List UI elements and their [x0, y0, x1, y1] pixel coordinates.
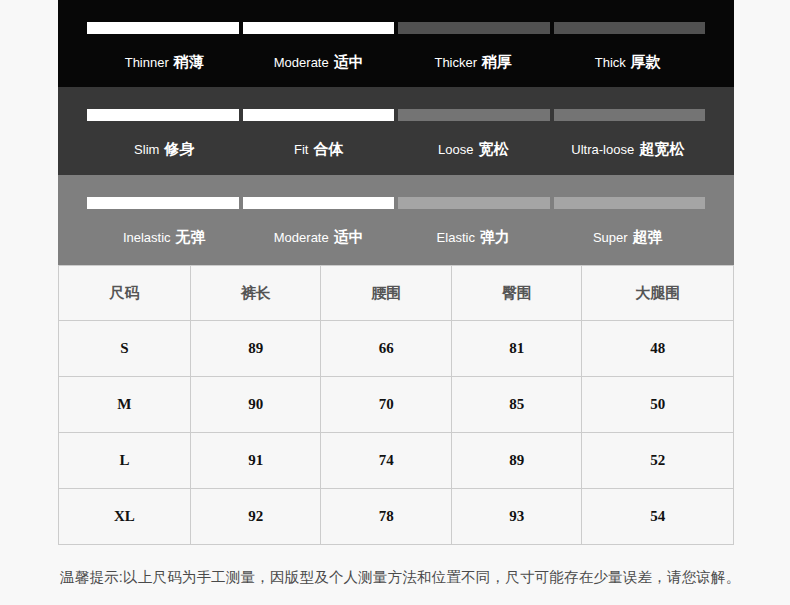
- thickness-thinner-en: Thinner: [125, 55, 169, 70]
- elasticity-moderate-zh: 适中: [334, 228, 364, 245]
- table-row-l: L 91 74 89 52: [59, 433, 734, 489]
- thickness-thicker-zh: 稍厚: [482, 53, 512, 70]
- thickness-thick-zh: 厚款: [631, 53, 661, 70]
- cell-m-thigh: 50: [582, 377, 734, 433]
- header-hip: 臀围: [451, 266, 582, 321]
- fit-scale-labels: Slim修身 Fit合体 Loose宽松 Ultra-loose超宽松: [87, 140, 705, 159]
- fit-ultra-loose-zh: 超宽松: [639, 140, 684, 157]
- cell-xl-thigh: 54: [582, 489, 734, 545]
- table-row-m: M 90 70 85 50: [59, 377, 734, 433]
- measurement-disclaimer-note: 温馨提示:以上尺码为手工测量，因版型及个人测量方法和位置不同，尺寸可能存在少量误…: [60, 568, 734, 587]
- header-waist: 腰围: [321, 266, 452, 321]
- cell-s-length: 89: [190, 321, 321, 377]
- fit-slim-zh: 修身: [164, 140, 194, 157]
- thickness-label-thicker: Thicker稍厚: [396, 53, 551, 72]
- size-table: 尺码 裤长 腰围 臀围 大腿围 S 89 66 81 48 M 90: [58, 265, 734, 545]
- thickness-thicker-en: Thicker: [434, 55, 477, 70]
- fit-label-slim: Slim修身: [87, 140, 242, 159]
- cell-l-length: 91: [190, 433, 321, 489]
- elasticity-super-en: Super: [593, 230, 628, 245]
- fit-label-loose: Loose宽松: [396, 140, 551, 159]
- cell-xl-waist: 78: [321, 489, 452, 545]
- size-chart-page: Thinner稍薄 Moderate适中 Thicker稍厚 Thick厚款 S…: [0, 0, 790, 605]
- header-pants-length: 裤长: [190, 266, 321, 321]
- elasticity-scale-bar: [87, 197, 705, 209]
- thickness-thick-en: Thick: [595, 55, 626, 70]
- thickness-segment-2: [243, 22, 395, 34]
- elasticity-label-inelastic: Inelastic无弹: [87, 228, 242, 247]
- elasticity-segment-3: [398, 197, 550, 209]
- fit-slim-en: Slim: [134, 142, 159, 157]
- thickness-label-thinner: Thinner稍薄: [87, 53, 242, 72]
- cell-s-size: S: [59, 321, 191, 377]
- elasticity-inelastic-zh: 无弹: [176, 228, 206, 245]
- cell-l-thigh: 52: [582, 433, 734, 489]
- cell-m-size: M: [59, 377, 191, 433]
- cell-m-length: 90: [190, 377, 321, 433]
- elasticity-elastic-zh: 弹力: [480, 228, 510, 245]
- thickness-moderate-en: Moderate: [274, 55, 329, 70]
- thickness-label-moderate: Moderate适中: [242, 53, 397, 72]
- fit-ultra-loose-en: Ultra-loose: [571, 142, 634, 157]
- fit-panel: Slim修身 Fit合体 Loose宽松 Ultra-loose超宽松: [58, 87, 734, 175]
- thickness-segment-1: [87, 22, 239, 34]
- thickness-thinner-zh: 稍薄: [174, 53, 204, 70]
- cell-xl-length: 92: [190, 489, 321, 545]
- cell-l-size: L: [59, 433, 191, 489]
- table-row-xl: XL 92 78 93 54: [59, 489, 734, 545]
- fit-segment-4: [554, 109, 706, 121]
- fit-segment-3: [398, 109, 550, 121]
- size-table-header-row: 尺码 裤长 腰围 臀围 大腿围: [59, 266, 734, 321]
- fit-label-fit: Fit合体: [242, 140, 397, 159]
- fit-label-ultra-loose: Ultra-loose超宽松: [551, 140, 706, 159]
- elasticity-super-zh: 超弹: [633, 228, 663, 245]
- cell-l-waist: 74: [321, 433, 452, 489]
- thickness-scale-labels: Thinner稍薄 Moderate适中 Thicker稍厚 Thick厚款: [87, 53, 705, 72]
- thickness-label-thick: Thick厚款: [551, 53, 706, 72]
- elasticity-elastic-en: Elastic: [437, 230, 475, 245]
- cell-m-hip: 85: [451, 377, 582, 433]
- cell-xl-hip: 93: [451, 489, 582, 545]
- fit-fit-zh: 合体: [313, 140, 343, 157]
- cell-l-hip: 89: [451, 433, 582, 489]
- cell-s-waist: 66: [321, 321, 452, 377]
- header-thigh: 大腿围: [582, 266, 734, 321]
- cell-s-thigh: 48: [582, 321, 734, 377]
- elasticity-segment-2: [243, 197, 395, 209]
- fit-segment-1: [87, 109, 239, 121]
- elasticity-moderate-en: Moderate: [274, 230, 329, 245]
- cell-xl-size: XL: [59, 489, 191, 545]
- elasticity-segment-1: [87, 197, 239, 209]
- elasticity-segment-4: [554, 197, 706, 209]
- elasticity-label-elastic: Elastic弹力: [396, 228, 551, 247]
- fit-loose-zh: 宽松: [478, 140, 508, 157]
- cell-m-waist: 70: [321, 377, 452, 433]
- elasticity-panel: Inelastic无弹 Moderate适中 Elastic弹力 Super超弹: [58, 175, 734, 265]
- thickness-segment-3: [398, 22, 550, 34]
- cell-s-hip: 81: [451, 321, 582, 377]
- fit-scale-bar: [87, 109, 705, 121]
- header-size: 尺码: [59, 266, 191, 321]
- size-chart-content: Thinner稍薄 Moderate适中 Thicker稍厚 Thick厚款 S…: [58, 0, 734, 587]
- elasticity-label-moderate: Moderate适中: [242, 228, 397, 247]
- elasticity-scale-labels: Inelastic无弹 Moderate适中 Elastic弹力 Super超弹: [87, 228, 705, 247]
- thickness-scale-bar: [87, 22, 705, 34]
- fit-fit-en: Fit: [294, 142, 308, 157]
- elasticity-inelastic-en: Inelastic: [123, 230, 171, 245]
- thickness-segment-4: [554, 22, 706, 34]
- thickness-moderate-zh: 适中: [334, 53, 364, 70]
- table-row-s: S 89 66 81 48: [59, 321, 734, 377]
- fit-segment-2: [243, 109, 395, 121]
- thickness-panel: Thinner稍薄 Moderate适中 Thicker稍厚 Thick厚款: [58, 0, 734, 87]
- elasticity-label-super: Super超弹: [551, 228, 706, 247]
- fit-loose-en: Loose: [438, 142, 473, 157]
